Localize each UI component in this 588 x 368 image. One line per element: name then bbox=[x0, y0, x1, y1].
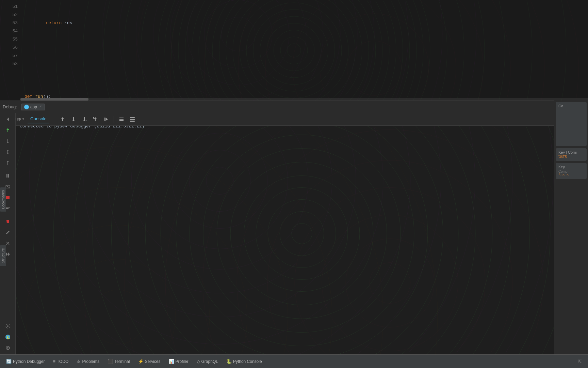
graphql-label: GraphQL bbox=[201, 359, 218, 364]
co-card[interactable]: Co bbox=[556, 102, 587, 146]
key-comp-key: Key bbox=[558, 165, 584, 169]
sidebar-btn-step-into[interactable] bbox=[2, 147, 14, 157]
svg-point-95 bbox=[16, 113, 475, 354]
svg-point-105 bbox=[165, 113, 588, 354]
svg-point-69 bbox=[230, 162, 373, 305]
python-console-icon: 🐍 bbox=[226, 359, 232, 364]
svg-point-63 bbox=[7, 347, 9, 349]
services-label: Services bbox=[145, 359, 161, 364]
svg-point-86 bbox=[189, 150, 250, 212]
svg-point-108 bbox=[91, 290, 145, 344]
svg-rect-46 bbox=[119, 118, 124, 118]
toolbar-btn-up[interactable] bbox=[58, 114, 67, 124]
code-content[interactable]: return res def run(): # logger.info('sta… bbox=[20, 0, 588, 101]
svg-point-111 bbox=[16, 188, 247, 355]
svg-rect-49 bbox=[130, 117, 135, 118]
toolbar-btn-run-cursor[interactable] bbox=[101, 114, 111, 124]
status-services[interactable]: ⚡ Services bbox=[135, 357, 164, 365]
svg-point-107 bbox=[84, 113, 588, 354]
svg-rect-48 bbox=[119, 120, 124, 121]
profiler-label: Profiler bbox=[176, 359, 189, 364]
toolbar-btn-step-into-lib[interactable] bbox=[80, 114, 89, 124]
debugger-label: Python Debugger bbox=[13, 359, 45, 364]
svg-point-114 bbox=[16, 113, 383, 354]
co-card-key: Co bbox=[558, 104, 584, 108]
status-expand[interactable]: ⇱ bbox=[574, 357, 585, 366]
svg-rect-51 bbox=[130, 121, 135, 122]
key-comp-highlight: '36F5 bbox=[558, 173, 584, 177]
key-comp-card[interactable]: Key Comp '36F5 bbox=[556, 163, 587, 179]
sidebar-btn-settings[interactable] bbox=[2, 321, 14, 331]
svg-rect-57 bbox=[6, 207, 10, 208]
bookmarks-label[interactable]: Bookmarks bbox=[0, 187, 6, 212]
toolbar-separator-2 bbox=[114, 116, 114, 123]
status-problems[interactable]: ⚠ Problems bbox=[73, 357, 103, 365]
todo-label: TODO bbox=[57, 359, 68, 364]
sidebar-btn-up[interactable] bbox=[2, 125, 14, 135]
status-debugger[interactable]: 🔄 Python Debugger bbox=[3, 357, 48, 365]
svg-point-85 bbox=[206, 167, 233, 195]
svg-point-97 bbox=[16, 113, 553, 354]
svg-point-71 bbox=[203, 135, 401, 333]
toolbar-separator-1 bbox=[55, 116, 55, 123]
svg-rect-50 bbox=[130, 119, 135, 120]
status-todo[interactable]: ≡ TODO bbox=[49, 357, 72, 365]
sidebar-btn-step-over[interactable] bbox=[2, 136, 14, 146]
tab-console[interactable]: Console bbox=[28, 115, 49, 123]
line-numbers: 51 52 53 54 55 56 57 58 bbox=[0, 0, 20, 101]
key-comi-highlight: '36F5 bbox=[558, 155, 567, 159]
key-comi-card[interactable]: Key [ Comi '36F5 bbox=[556, 148, 587, 161]
svg-text:🐍: 🐍 bbox=[6, 336, 10, 339]
profiler-icon: 📊 bbox=[169, 359, 174, 364]
graphql-icon: ◇ bbox=[197, 359, 200, 364]
svg-point-59 bbox=[7, 325, 9, 327]
toolbar-btn-variables[interactable] bbox=[128, 114, 137, 124]
svg-point-90 bbox=[108, 113, 332, 293]
code-line-52 bbox=[24, 44, 584, 52]
svg-point-75 bbox=[145, 113, 458, 354]
sidebar-btn-delete[interactable] bbox=[2, 216, 14, 227]
services-icon: ⚡ bbox=[138, 359, 144, 364]
debug-title: Debug: bbox=[3, 104, 17, 109]
svg-point-68 bbox=[244, 176, 360, 292]
sidebar-btn-edit[interactable] bbox=[2, 227, 14, 237]
sidebar-btn-step-out[interactable] bbox=[2, 158, 14, 168]
structure-label[interactable]: Structure bbox=[0, 245, 6, 266]
toolbar-btn-frames[interactable] bbox=[117, 114, 126, 124]
status-graphql[interactable]: ◇ GraphQL bbox=[193, 357, 222, 365]
svg-point-92 bbox=[56, 113, 383, 344]
svg-point-115 bbox=[16, 113, 438, 354]
debug-header: Debug: app × bbox=[0, 101, 588, 113]
close-tab-icon[interactable]: × bbox=[40, 105, 42, 109]
toolbar-btn-down[interactable] bbox=[69, 114, 78, 124]
svg-point-98 bbox=[370, 263, 410, 304]
sidebar-btn-profile[interactable] bbox=[2, 343, 14, 353]
svg-point-81 bbox=[33, 113, 571, 354]
svg-rect-56 bbox=[6, 196, 10, 199]
sidebar-btn-pause[interactable] bbox=[2, 171, 14, 181]
svg-point-76 bbox=[128, 113, 475, 354]
svg-point-106 bbox=[125, 113, 588, 354]
console-area[interactable]: /Users/flicker/.pyenv/versions/chatgpt/b… bbox=[16, 113, 588, 354]
sidebar-btn-python[interactable]: 🐍 bbox=[2, 332, 14, 342]
svg-point-102 bbox=[267, 160, 512, 355]
toolbar-btn-step-out[interactable] bbox=[91, 114, 100, 124]
key-comp-shortcut: Comp bbox=[558, 170, 584, 173]
svg-rect-53 bbox=[8, 174, 9, 178]
editor-scrollbar[interactable] bbox=[20, 98, 588, 101]
editor-scrollbar-thumb[interactable] bbox=[20, 98, 88, 101]
status-terminal[interactable]: ⬛ Terminal bbox=[104, 357, 133, 365]
svg-point-87 bbox=[172, 133, 267, 229]
svg-point-70 bbox=[217, 149, 387, 319]
sidebar-btn-back[interactable] bbox=[2, 114, 14, 124]
terminal-icon: ⬛ bbox=[108, 359, 113, 364]
debug-app-tab[interactable]: app × bbox=[21, 104, 45, 110]
svg-point-67 bbox=[256, 188, 348, 280]
svg-point-89 bbox=[131, 113, 308, 270]
expand-status-area: ⇱ bbox=[574, 357, 585, 366]
svg-point-82 bbox=[16, 113, 588, 354]
debug-tab-label: app bbox=[30, 105, 37, 109]
status-python-console[interactable]: 🐍 Python Console bbox=[223, 357, 265, 365]
python-console-label: Python Console bbox=[233, 359, 262, 364]
status-profiler[interactable]: 📊 Profiler bbox=[165, 357, 192, 365]
